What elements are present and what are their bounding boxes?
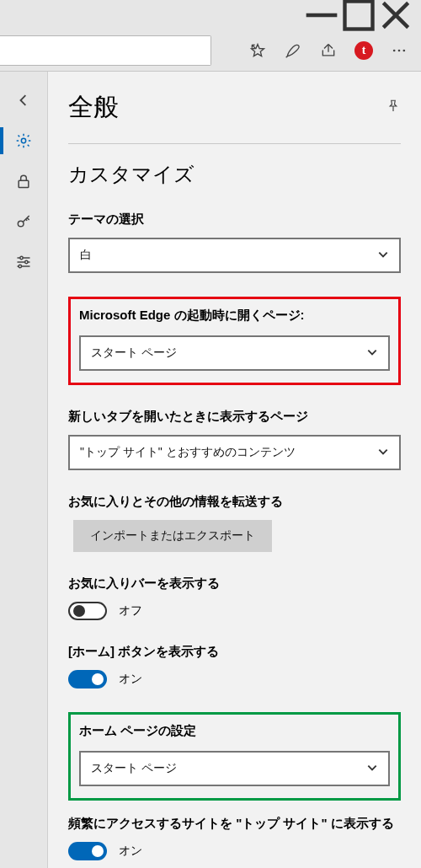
svg-point-15 [20,256,23,259]
transfer-label: お気に入りとその他の情報を転送する [68,494,401,510]
sidebar-item-passwords[interactable] [5,203,42,240]
svg-point-17 [25,260,28,263]
svg-point-11 [21,138,25,142]
transfer-group: お気に入りとその他の情報を転送する インポートまたはエクスポート [68,494,401,552]
startup-label: Microsoft Edge の起動時に開くページ: [79,308,390,324]
settings-sidebar [0,72,48,868]
back-chevron-icon[interactable] [5,82,42,119]
key-icon [15,213,32,230]
svg-point-10 [403,50,406,52]
svg-point-9 [398,50,401,52]
favbar-label: お気に入りバーを表示する [68,576,401,592]
page-title: 全般 [68,90,119,125]
theme-select-value: 白 [80,248,92,263]
theme-group: テーマの選択 白 [68,212,401,273]
newtab-label: 新しいタブを開いたときに表示するページ [68,409,401,425]
favbar-state: オフ [119,603,142,619]
theme-label: テーマの選択 [68,212,401,228]
trendmicro-icon[interactable] [347,35,381,66]
active-indicator [0,127,3,154]
toggle-knob [92,845,104,857]
sidebar-item-privacy[interactable] [5,163,42,200]
topsites-group: 頻繁にアクセスするサイトを "トップ サイト" に表示する オン [68,816,401,860]
newtab-select-value: "トップ サイト" とおすすめのコンテンツ [80,445,296,460]
favorites-star-icon[interactable] [241,35,274,66]
pen-icon[interactable] [276,35,310,66]
chevron-down-icon [366,346,378,361]
startup-select[interactable]: スタート ページ [79,335,390,371]
toggle-knob [92,673,104,685]
homebtn-label: [ホーム] ボタンを表示する [68,644,401,660]
svg-rect-1 [345,2,373,29]
favbar-toggle[interactable] [68,602,107,620]
gear-icon [15,132,32,149]
settings-pane: 全般 カスタマイズ テーマの選択 白 Microsoft Edge の起動時に開… [48,72,421,868]
share-icon[interactable] [312,35,345,66]
sidebar-item-advanced[interactable] [5,244,42,281]
svg-rect-12 [19,180,29,187]
section-customize-title: カスタマイズ [68,161,401,188]
window-close-button[interactable] [377,0,414,30]
newtab-group: 新しいタブを開いたときに表示するページ "トップ サイト" とおすすめのコンテン… [68,409,401,470]
window-titlebar [0,0,421,30]
homepage-select-value: スタート ページ [91,761,177,776]
pin-icon[interactable] [386,99,401,116]
topsites-toggle[interactable] [68,842,107,860]
lock-icon [15,173,32,190]
window-minimize-button[interactable] [303,0,340,30]
startup-select-value: スタート ページ [91,346,177,361]
homepage-select[interactable]: スタート ページ [79,751,390,786]
theme-select[interactable]: 白 [68,238,401,273]
sliders-icon [15,254,32,271]
browser-toolbar [0,30,421,72]
homepage-group-highlight: ホーム ページの設定 スタート ページ [68,712,401,801]
sidebar-item-general[interactable] [0,122,47,159]
newtab-select[interactable]: "トップ サイト" とおすすめのコンテンツ [68,435,401,470]
chevron-down-icon [377,446,389,460]
homebtn-state: オン [119,672,142,687]
window-maximize-button[interactable] [340,0,377,30]
startup-group-highlight: Microsoft Edge の起動時に開くページ: スタート ページ [68,297,401,385]
toggle-knob [73,605,85,617]
homebtn-group: [ホーム] ボタンを表示する オン [68,644,401,689]
chevron-down-icon [377,249,389,263]
svg-point-13 [18,221,24,227]
favbar-group: お気に入りバーを表示する オフ [68,576,401,620]
homepage-label: ホーム ページの設定 [79,723,390,739]
topsites-state: オン [119,844,142,859]
topsites-label: 頻繁にアクセスするサイトを "トップ サイト" に表示する [68,816,401,832]
more-icon[interactable] [382,35,416,66]
svg-point-19 [19,265,21,267]
svg-point-8 [393,50,396,52]
import-export-button[interactable]: インポートまたはエクスポート [73,520,272,552]
url-input[interactable] [0,35,211,66]
homebtn-toggle[interactable] [68,670,107,689]
chevron-down-icon [366,762,378,776]
